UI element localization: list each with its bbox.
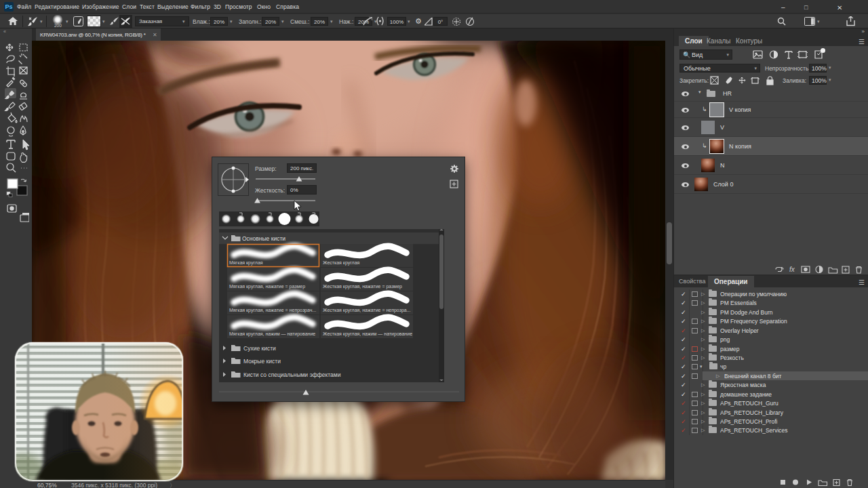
svg-text:Мягкая круглая, нажатие = непр: Мягкая круглая, нажатие = непрозрач... — [229, 308, 316, 313]
svg-text:fx: fx — [789, 266, 795, 273]
svg-text:Основные кисти: Основные кисти — [242, 235, 285, 242]
svg-text:Жесткая круглая, нажим — натир: Жесткая круглая, нажим — натирование — [323, 331, 412, 337]
svg-text:Мягкая круглая, нажим — натиро: Мягкая круглая, нажим — натирование — [229, 331, 315, 337]
svg-text:Кисти со специальными эффектам: Кисти со специальными эффектами — [243, 371, 341, 378]
svg-text:Жесткая круглая: Жесткая круглая — [323, 260, 360, 266]
svg-text:Жесткая круглая, нажатие = раз: Жесткая круглая, нажатие = размер — [323, 284, 402, 289]
svg-text:Жесткая круглая, нажатие = неп: Жесткая круглая, нажатие = непрозра... — [323, 308, 411, 313]
svg-text:Мягкая круглая: Мягкая круглая — [229, 260, 263, 266]
svg-text:Мокрые кисти: Мокрые кисти — [243, 358, 281, 365]
svg-text:Мягкая круглая, нажатие = разм: Мягкая круглая, нажатие = размер — [229, 284, 305, 289]
svg-text:Сухие кисти: Сухие кисти — [243, 345, 276, 352]
